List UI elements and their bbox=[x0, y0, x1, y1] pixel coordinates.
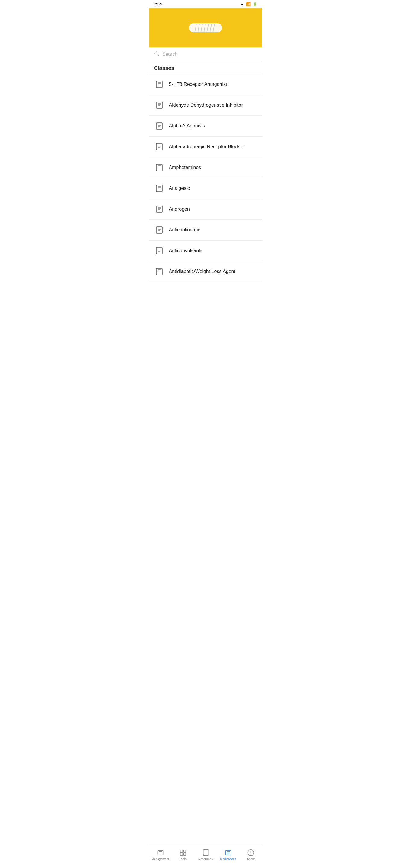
time: 7:54 bbox=[154, 2, 162, 6]
list-item[interactable]: Alpha-2 Agonists bbox=[149, 116, 262, 136]
management-icon bbox=[156, 849, 164, 857]
nav-label-about: About bbox=[247, 858, 255, 861]
about-icon bbox=[247, 849, 255, 857]
status-icons: ▲ 📶 🔋 bbox=[240, 2, 257, 6]
nav-item-tools[interactable]: Tools bbox=[172, 846, 194, 862]
header-banner bbox=[149, 8, 262, 47]
svg-rect-34 bbox=[156, 206, 162, 213]
list-item[interactable]: Analgesic bbox=[149, 178, 262, 199]
svg-rect-22 bbox=[156, 144, 162, 150]
svg-rect-10 bbox=[156, 81, 162, 88]
nav-label-medications: Medications bbox=[220, 858, 236, 861]
svg-rect-38 bbox=[156, 227, 162, 233]
svg-rect-57 bbox=[183, 853, 186, 855]
medication-class-icon bbox=[154, 183, 165, 194]
list-item-label: Analgesic bbox=[169, 186, 190, 191]
list-item[interactable]: Amphetamines bbox=[149, 157, 262, 178]
search-bar bbox=[149, 47, 262, 61]
bottom-nav: Management Tools Resources bbox=[149, 846, 262, 868]
svg-rect-14 bbox=[156, 102, 162, 108]
medication-class-icon bbox=[154, 245, 165, 256]
svg-rect-42 bbox=[156, 247, 162, 254]
medication-class-icon bbox=[154, 266, 165, 277]
classes-section-header: Classes bbox=[149, 61, 262, 74]
svg-rect-46 bbox=[156, 268, 162, 275]
nav-item-about[interactable]: About bbox=[240, 846, 262, 862]
wifi-icon: 📶 bbox=[246, 2, 251, 6]
status-bar: 7:54 ▲ 📶 🔋 bbox=[149, 0, 262, 8]
battery-icon: 🔋 bbox=[253, 2, 257, 6]
list-item-label: Amphetamines bbox=[169, 165, 201, 170]
list-item[interactable]: Aldehyde Dehydrogenase Inhibitor bbox=[149, 95, 262, 116]
list-item[interactable]: Antidiabetic/Weight Loss Agent bbox=[149, 261, 262, 282]
pill-logo-icon bbox=[187, 20, 224, 35]
list-item[interactable]: Anticonvulsants bbox=[149, 241, 262, 261]
svg-rect-56 bbox=[180, 853, 183, 855]
medication-class-icon bbox=[154, 121, 165, 131]
nav-label-tools: Tools bbox=[179, 858, 186, 861]
tools-icon bbox=[179, 849, 187, 857]
list-item-label: Androgen bbox=[169, 207, 190, 212]
svg-line-9 bbox=[158, 55, 158, 56]
svg-rect-18 bbox=[156, 123, 162, 129]
list-item-label: Antidiabetic/Weight Loss Agent bbox=[169, 269, 235, 274]
signal-icon: ▲ bbox=[240, 2, 244, 6]
list-item-label: Alpha-2 Agonists bbox=[169, 123, 205, 129]
list-item[interactable]: 5-HT3 Receptor Antagonist bbox=[149, 74, 262, 95]
medication-class-icon bbox=[154, 162, 165, 173]
medication-class-icon bbox=[154, 100, 165, 111]
medication-class-icon bbox=[154, 79, 165, 90]
svg-rect-55 bbox=[183, 850, 186, 852]
nav-label-management: Management bbox=[152, 858, 169, 861]
svg-rect-54 bbox=[180, 850, 183, 852]
nav-label-resources: Resources bbox=[198, 858, 213, 861]
list-item-label: Alpha-adrenergic Receptor Blocker bbox=[169, 144, 244, 150]
list-item-label: Anticholinergic bbox=[169, 227, 200, 233]
list-item-label: Aldehyde Dehydrogenase Inhibitor bbox=[169, 102, 243, 108]
nav-item-management[interactable]: Management bbox=[149, 846, 172, 862]
search-icon bbox=[154, 51, 159, 58]
nav-item-medications[interactable]: Medications bbox=[217, 846, 240, 862]
classes-list: 5-HT3 Receptor Antagonist Aldehyde Dehyd… bbox=[149, 74, 262, 282]
medication-class-icon bbox=[154, 224, 165, 236]
list-item[interactable]: Anticholinergic bbox=[149, 220, 262, 241]
main-content: Classes 5-HT3 Receptor Antagonist bbox=[149, 61, 262, 868]
nav-item-resources[interactable]: Resources bbox=[194, 846, 217, 862]
medication-class-icon bbox=[154, 204, 165, 215]
svg-rect-30 bbox=[156, 185, 162, 192]
svg-point-8 bbox=[155, 52, 158, 55]
list-item[interactable]: Alpha-adrenergic Receptor Blocker bbox=[149, 136, 262, 157]
svg-rect-26 bbox=[156, 164, 162, 171]
list-item[interactable]: Androgen bbox=[149, 199, 262, 220]
resources-icon bbox=[201, 849, 210, 857]
list-item-label: 5-HT3 Receptor Antagonist bbox=[169, 82, 227, 87]
medication-class-icon bbox=[154, 141, 165, 152]
medications-icon bbox=[224, 849, 232, 857]
search-input[interactable] bbox=[162, 52, 257, 57]
list-item-label: Anticonvulsants bbox=[169, 248, 203, 253]
